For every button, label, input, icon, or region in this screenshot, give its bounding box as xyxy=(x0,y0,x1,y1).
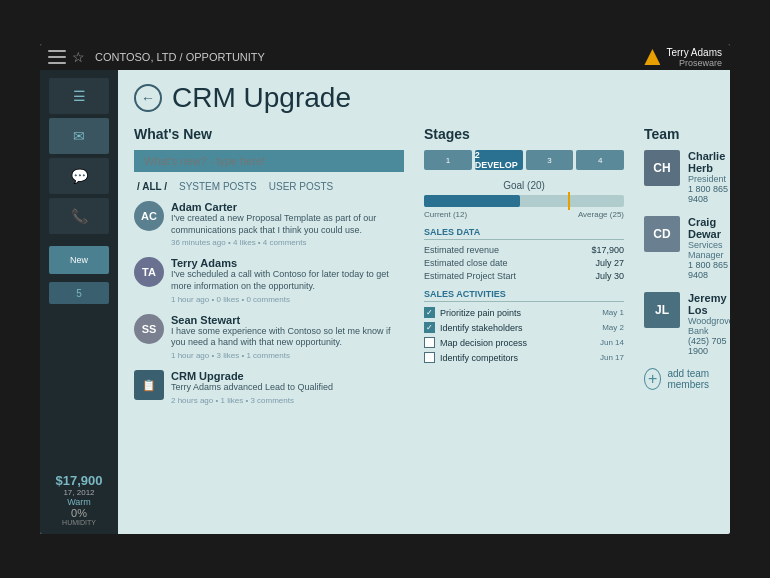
weather-date: 17, 2012 xyxy=(56,488,103,497)
average-label: Average (25) xyxy=(578,210,624,219)
sales-value: $17,900 xyxy=(591,245,624,255)
feed-avatar: SS xyxy=(134,314,164,344)
activity-label: Prioritize pain points xyxy=(440,308,597,318)
filter-system[interactable]: SYSTEM POSTS xyxy=(176,180,260,193)
team-title: Team xyxy=(644,126,730,142)
user-name: Terry Adams xyxy=(666,47,722,58)
team-avatar: JL xyxy=(644,292,680,328)
stage-pill[interactable]: 4 xyxy=(576,150,624,170)
activities-title: SALES ACTIVITIES xyxy=(424,289,624,302)
feed-item: 📋 CRM Upgrade Terry Adams advanced Lead … xyxy=(134,370,404,405)
whats-new-input[interactable] xyxy=(134,150,404,172)
team-name: Jeremy Los xyxy=(688,292,730,316)
whats-new-column: What's New / ALL / SYSTEM POSTS USER POS… xyxy=(134,126,404,506)
average-marker xyxy=(568,192,570,210)
team-members: CH Charlie Herb President 1 800 865 9408… xyxy=(644,150,730,356)
feed-meta: 1 hour ago • 0 likes • 0 comments xyxy=(171,295,404,304)
feed-content: Terry Adams I've scheduled a call with C… xyxy=(171,257,404,303)
activity-row: Prioritize pain points May 1 xyxy=(424,307,624,318)
screen: ☆ CONTOSO, LTD / OPPORTUNITY Terry Adams… xyxy=(40,44,730,534)
activity-checkbox[interactable] xyxy=(424,322,435,333)
feed-container: AC Adam Carter I've created a new Propos… xyxy=(134,201,404,405)
stage-pill[interactable]: 2 DEVELOP xyxy=(475,150,523,170)
filter-tabs: / ALL / SYSTEM POSTS USER POSTS xyxy=(134,180,404,193)
feed-item: AC Adam Carter I've created a new Propos… xyxy=(134,201,404,247)
add-team-button[interactable]: + add team members xyxy=(644,368,730,390)
sidebar-new-label: New xyxy=(70,255,88,265)
team-role: Services Manager xyxy=(688,240,730,260)
sidebar-email-btn[interactable]: ✉ xyxy=(49,118,109,154)
goal-label: Goal (20) xyxy=(424,180,624,191)
weather-condition: Warm xyxy=(56,497,103,507)
feed-meta: 36 minutes ago • 4 likes • 4 comments xyxy=(171,238,404,247)
weather-prob: 0% xyxy=(56,507,103,519)
sidebar-num-label: 5 xyxy=(76,288,82,299)
activity-row: Identify competitors Jun 17 xyxy=(424,352,624,363)
three-column-layout: What's New / ALL / SYSTEM POSTS USER POS… xyxy=(134,126,714,506)
sales-data-title: SALES DATA xyxy=(424,227,624,240)
feed-avatar: TA xyxy=(134,257,164,287)
activity-row: Map decision process Jun 14 xyxy=(424,337,624,348)
activity-checkbox[interactable] xyxy=(424,337,435,348)
team-phone: 1 800 865 9408 xyxy=(688,184,730,204)
user-role: Proseware xyxy=(666,58,722,68)
team-avatar: CH xyxy=(644,150,680,186)
team-name: Craig Dewar xyxy=(688,216,730,240)
stages-title: Stages xyxy=(424,126,624,142)
feed-content: CRM Upgrade Terry Adams advanced Lead to… xyxy=(171,370,404,405)
sales-label: Estimated Project Start xyxy=(424,271,516,281)
feed-text: I have some experience with Contoso so l… xyxy=(171,326,404,349)
stage-pill[interactable]: 1 xyxy=(424,150,472,170)
feed-avatar: 📋 xyxy=(134,370,164,400)
team-column: Team CH Charlie Herb President 1 800 865… xyxy=(644,126,730,506)
sales-label: Estimated close date xyxy=(424,258,508,268)
filter-user[interactable]: USER POSTS xyxy=(266,180,336,193)
filter-all[interactable]: / ALL / xyxy=(134,180,170,193)
top-bar: ☆ CONTOSO, LTD / OPPORTUNITY Terry Adams… xyxy=(40,44,730,70)
sidebar-chat-btn[interactable]: 💬 xyxy=(49,158,109,194)
add-team-icon: + xyxy=(644,368,661,390)
back-icon: ← xyxy=(141,90,155,106)
feed-meta: 2 hours ago • 1 likes • 3 comments xyxy=(171,396,404,405)
sidebar-new-btn[interactable]: New xyxy=(49,246,109,274)
team-avatar: CD xyxy=(644,216,680,252)
sales-row: Estimated revenue$17,900 xyxy=(424,245,624,255)
sidebar-phone-btn[interactable]: 📞 xyxy=(49,198,109,234)
activity-checkbox[interactable] xyxy=(424,352,435,363)
sidebar-num-btn[interactable]: 5 xyxy=(49,282,109,304)
activity-date: Jun 17 xyxy=(600,353,624,362)
stages-column: Stages 12 DEVELOP34 Goal (20) Current (1… xyxy=(424,126,624,506)
alert-icon xyxy=(644,49,660,65)
activity-row: Identify stakeholders May 2 xyxy=(424,322,624,333)
user-details: Terry Adams Proseware xyxy=(666,47,722,68)
feed-item: TA Terry Adams I've scheduled a call wit… xyxy=(134,257,404,303)
progress-bar xyxy=(424,195,624,207)
feed-meta: 1 hour ago • 3 likes • 1 comments xyxy=(171,351,404,360)
activity-date: Jun 14 xyxy=(600,338,624,347)
activity-checkbox[interactable] xyxy=(424,307,435,318)
sidebar-menu-btn[interactable]: ☰ xyxy=(49,78,109,114)
feed-name: CRM Upgrade xyxy=(171,370,404,382)
team-member: CD Craig Dewar Services Manager 1 800 86… xyxy=(644,216,730,280)
star-icon[interactable]: ☆ xyxy=(72,49,85,65)
sidebar-weather: $17,900 17, 2012 Warm 0% HUMIDITY xyxy=(56,473,103,526)
hamburger-icon[interactable] xyxy=(48,50,66,64)
feed-name: Sean Stewart xyxy=(171,314,404,326)
feed-text: Terry Adams advanced Lead to Qualified xyxy=(171,382,404,394)
sales-value: July 27 xyxy=(595,258,624,268)
activities-list: Prioritize pain points May 1 Identify st… xyxy=(424,307,624,363)
team-info: Jeremy Los Woodgrove Bank (425) 705 1900 xyxy=(688,292,730,356)
feed-name: Terry Adams xyxy=(171,257,404,269)
activity-date: May 1 xyxy=(602,308,624,317)
back-button[interactable]: ← xyxy=(134,84,162,112)
weather-temp: $17,900 xyxy=(56,473,103,488)
activity-date: May 2 xyxy=(602,323,624,332)
breadcrumb: CONTOSO, LTD / OPPORTUNITY xyxy=(95,51,265,63)
activity-label: Identify stakeholders xyxy=(440,323,597,333)
whats-new-title: What's New xyxy=(134,126,404,142)
team-name: Charlie Herb xyxy=(688,150,730,174)
sales-label: Estimated revenue xyxy=(424,245,499,255)
team-role: Woodgrove Bank xyxy=(688,316,730,336)
stages-bar: 12 DEVELOP34 xyxy=(424,150,624,170)
stage-pill[interactable]: 3 xyxy=(526,150,574,170)
